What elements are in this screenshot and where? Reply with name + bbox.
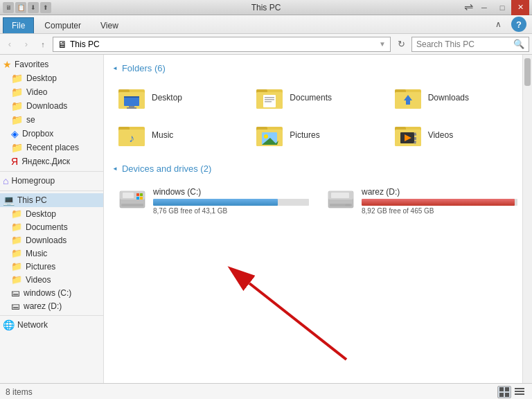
svg-rect-42 — [136, 197, 139, 200]
folder-item-music[interactable]: ♪ Music — [112, 118, 247, 152]
scrollbar[interactable] — [522, 55, 532, 383]
app-icon-3[interactable]: ⬇ — [28, 2, 39, 13]
sidebar-item-se-fav[interactable]: 📁 se — [0, 113, 103, 127]
sidebar-item-drive-c[interactable]: 🖴 windows (C:) — [0, 286, 103, 299]
drive-c-size: 8,76 GB free of 43,1 GB — [153, 207, 309, 215]
sidebar-item-label: Desktop — [26, 209, 56, 219]
scroll-thumb[interactable] — [524, 58, 531, 86]
svg-rect-11 — [265, 97, 274, 98]
ribbon-row: File Computer View ∧ ? — [0, 15, 532, 33]
up-button[interactable]: ↑ — [36, 37, 50, 51]
folders-grid: Desktop Documents — [112, 80, 524, 152]
svg-rect-57 — [515, 393, 524, 395]
drive-item-d[interactable]: warez (D:) 8,92 GB free of 465 GB — [321, 181, 524, 221]
sidebar-group-favorites[interactable]: ★ Favorites — [0, 57, 103, 71]
sidebar-inner: ★ Favorites 📁 Desktop 📁 Video 📁 Download… — [0, 57, 103, 332]
folder-icon: 📁 — [11, 209, 22, 219]
drive-d-icon: 🖴 — [11, 301, 20, 311]
svg-point-48 — [345, 204, 351, 206]
content-area: Folders (6) Desktop — [104, 55, 532, 383]
divider-2 — [0, 190, 103, 191]
svg-rect-40 — [136, 193, 139, 196]
maximize-button[interactable]: □ — [493, 0, 511, 15]
svg-rect-47 — [331, 193, 349, 198]
folder-item-documents[interactable]: Documents — [250, 80, 385, 115]
address-text: This PC — [70, 39, 100, 49]
sidebar-item-pictures-pc[interactable]: 📁 Pictures — [0, 260, 103, 273]
search-box[interactable]: 🔍 — [411, 37, 529, 52]
folder-documents-icon — [256, 85, 284, 110]
sidebar-item-desktop-pc[interactable]: 📁 Desktop — [0, 207, 103, 220]
app-icon-1: 🖥 — [3, 2, 14, 13]
minimize-button[interactable]: ─ — [475, 0, 493, 15]
folder-item-videos[interactable]: Videos — [389, 118, 524, 152]
sidebar-item-downloads-fav[interactable]: 📁 Downloads — [0, 99, 103, 113]
forward-button[interactable]: › — [19, 37, 33, 51]
sidebar-item-label: Яндекс.Диск — [21, 157, 70, 166]
sidebar-item-label: Videos — [26, 275, 51, 285]
folder-item-pictures[interactable]: Pictures — [250, 118, 385, 152]
sidebar-group-homegroup[interactable]: ⌂ Homegroup — [0, 174, 103, 188]
sidebar-item-drive-d[interactable]: 🖴 warez (D:) — [0, 299, 103, 312]
view-large-icons-button[interactable] — [497, 386, 511, 398]
drive-d-bar-wrap — [362, 199, 517, 206]
folder-icon: 📁 — [11, 222, 22, 232]
sidebar-item-videos-pc[interactable]: 📁 Videos — [0, 273, 103, 286]
expand-icon[interactable]: ⇌ — [461, 0, 475, 14]
large-icons-icon — [499, 387, 509, 397]
back-button[interactable]: ‹ — [3, 37, 17, 51]
app-icon-4[interactable]: ⬆ — [40, 2, 51, 13]
sidebar-group-network[interactable]: 🌐 Network — [0, 318, 103, 332]
refresh-button[interactable]: ↻ — [393, 37, 409, 52]
address-bar: ‹ › ↑ 🖥 This PC ▼ ↻ 🔍 — [0, 34, 532, 55]
help-button[interactable]: ? — [511, 17, 526, 32]
sidebar-item-documents-pc[interactable]: 📁 Documents — [0, 220, 103, 233]
sidebar-item-label: se — [26, 115, 35, 125]
sidebar-group-thispc[interactable]: 💻 This PC — [0, 193, 103, 207]
view-list-button[interactable] — [513, 386, 526, 398]
sidebar: ★ Favorites 📁 Desktop 📁 Video 📁 Download… — [0, 55, 104, 383]
divider-1 — [0, 171, 103, 172]
folder-desktop-icon — [118, 85, 146, 110]
sidebar-item-label: warez (D:) — [24, 301, 62, 311]
address-box[interactable]: 🖥 This PC ▼ — [53, 37, 391, 52]
sidebar-item-video-fav[interactable]: 📁 Video — [0, 85, 103, 99]
close-button[interactable]: ✕ — [511, 0, 529, 15]
tab-view[interactable]: View — [91, 17, 127, 33]
sidebar-item-label: Documents — [26, 222, 68, 232]
status-bar: 8 items — [0, 383, 532, 399]
folder-downloads-icon — [395, 85, 423, 110]
tab-file[interactable]: File — [3, 17, 34, 33]
search-icon[interactable]: 🔍 — [513, 39, 524, 49]
sidebar-item-downloads-pc[interactable]: 📁 Downloads — [0, 233, 103, 247]
search-input[interactable] — [416, 39, 513, 49]
svg-rect-51 — [499, 387, 504, 391]
tab-computer[interactable]: Computer — [35, 17, 90, 33]
folder-item-desktop[interactable]: Desktop — [112, 80, 247, 115]
sidebar-label-network: Network — [17, 320, 48, 330]
drive-d-icon-wrap — [327, 187, 355, 213]
sidebar-item-music-pc[interactable]: 📁 Music — [0, 247, 103, 260]
folder-label: Videos — [428, 130, 453, 140]
address-dropdown-icon[interactable]: ▼ — [379, 40, 386, 48]
drive-c-icon: 🖴 — [11, 287, 20, 298]
sidebar-item-recent[interactable]: 📁 Recent places — [0, 141, 103, 154]
ribbon-collapse-icon[interactable]: ∧ — [495, 19, 502, 29]
app-icon-2[interactable]: 📋 — [15, 2, 26, 13]
ribbon: File Computer View ∧ ? — [0, 15, 532, 34]
drive-c-name: windows (C:) — [153, 187, 309, 197]
sidebar-item-dropbox[interactable]: ◈ Dropbox — [0, 127, 103, 141]
drive-c-bar-wrap — [153, 199, 309, 206]
sidebar-item-yandex[interactable]: Я Яндекс.Диск — [0, 154, 103, 168]
drive-c-svg — [118, 187, 146, 211]
sidebar-item-label: Pictures — [26, 262, 55, 272]
folder-label: Music — [152, 130, 173, 140]
svg-point-26 — [264, 134, 268, 139]
folder-item-downloads[interactable]: Downloads — [389, 80, 524, 115]
svg-rect-6 — [127, 107, 136, 109]
drive-item-c[interactable]: windows (C:) 8,76 GB free of 43,1 GB — [112, 181, 315, 221]
svg-rect-38 — [121, 204, 143, 206]
sidebar-item-label: Music — [26, 249, 47, 258]
sidebar-item-desktop-fav[interactable]: 📁 Desktop — [0, 71, 103, 85]
view-buttons — [497, 386, 526, 398]
